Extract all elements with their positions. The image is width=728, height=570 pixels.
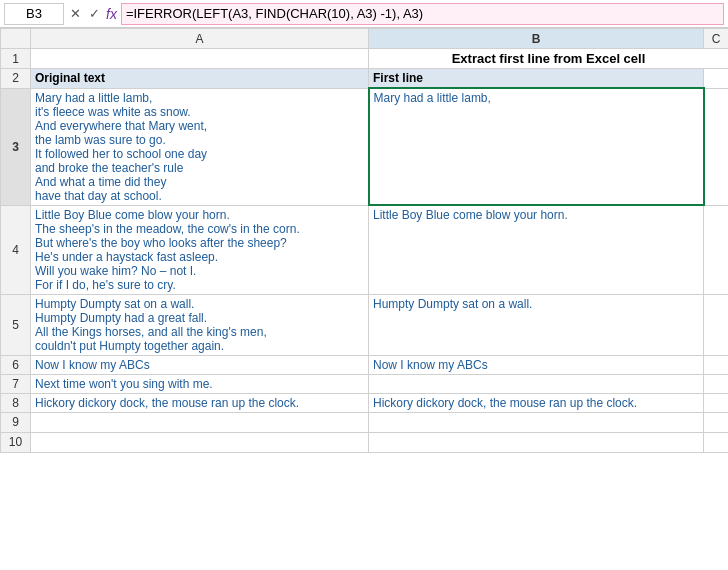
- col-header-b[interactable]: B: [369, 29, 704, 49]
- table-row: 10: [1, 432, 729, 452]
- cell-a1[interactable]: [31, 49, 369, 69]
- table-row: 6 Now I know my ABCs Now I know my ABCs: [1, 355, 729, 374]
- cell-c3[interactable]: [704, 88, 729, 205]
- table-row: 7 Next time won't you sing with me.: [1, 374, 729, 393]
- row-num-7: 7: [1, 374, 31, 393]
- cell-a10[interactable]: [31, 432, 369, 452]
- column-headers: A B C: [1, 29, 729, 49]
- cell-a7[interactable]: Next time won't you sing with me.: [31, 374, 369, 393]
- cell-b3[interactable]: Mary had a little lamb,: [369, 88, 704, 205]
- col-header-c[interactable]: C: [704, 29, 729, 49]
- cell-a5[interactable]: Humpty Dumpty sat on a wall. Humpty Dump…: [31, 294, 369, 355]
- row-num-4: 4: [1, 205, 31, 294]
- row-num-5: 5: [1, 294, 31, 355]
- fx-label: fx: [106, 6, 117, 22]
- table-row: 4 Little Boy Blue come blow your horn. T…: [1, 205, 729, 294]
- cell-b6[interactable]: Now I know my ABCs: [369, 355, 704, 374]
- cell-b1[interactable]: Extract first line from Excel cell: [369, 49, 729, 69]
- cell-a4[interactable]: Little Boy Blue come blow your horn. The…: [31, 205, 369, 294]
- formula-input[interactable]: [121, 3, 724, 25]
- cell-b8[interactable]: Hickory dickory dock, the mouse ran up t…: [369, 393, 704, 412]
- cancel-icon[interactable]: ✕: [68, 6, 83, 21]
- row-num-9: 9: [1, 412, 31, 432]
- table-row: 8 Hickory dickory dock, the mouse ran up…: [1, 393, 729, 412]
- cell-b2[interactable]: First line: [369, 69, 704, 89]
- cell-a3[interactable]: Mary had a little lamb, it's fleece was …: [31, 88, 369, 205]
- cell-a8[interactable]: Hickory dickory dock, the mouse ran up t…: [31, 393, 369, 412]
- confirm-icon[interactable]: ✓: [87, 6, 102, 21]
- cell-c5[interactable]: [704, 294, 729, 355]
- cell-reference[interactable]: B3: [4, 3, 64, 25]
- cell-c4[interactable]: [704, 205, 729, 294]
- cell-c9[interactable]: [704, 412, 729, 432]
- cell-b5[interactable]: Humpty Dumpty sat on a wall.: [369, 294, 704, 355]
- row-num-6: 6: [1, 355, 31, 374]
- cell-b9[interactable]: [369, 412, 704, 432]
- cell-c10[interactable]: [704, 432, 729, 452]
- cell-c2[interactable]: [704, 69, 729, 89]
- table-row: 1 Extract first line from Excel cell: [1, 49, 729, 69]
- cell-b10[interactable]: [369, 432, 704, 452]
- cell-a2[interactable]: Original text: [31, 69, 369, 89]
- formula-icons: ✕ ✓: [68, 6, 102, 21]
- cell-c7[interactable]: [704, 374, 729, 393]
- cell-b4[interactable]: Little Boy Blue come blow your horn.: [369, 205, 704, 294]
- cell-a9[interactable]: [31, 412, 369, 432]
- row-num-1: 1: [1, 49, 31, 69]
- col-header-a[interactable]: A: [31, 29, 369, 49]
- row-num-10: 10: [1, 432, 31, 452]
- table-row: 5 Humpty Dumpty sat on a wall. Humpty Du…: [1, 294, 729, 355]
- table-row: 2 Original text First line: [1, 69, 729, 89]
- cell-c8[interactable]: [704, 393, 729, 412]
- corner-header: [1, 29, 31, 49]
- table-row: 3 Mary had a little lamb, it's fleece wa…: [1, 88, 729, 205]
- cell-c6[interactable]: [704, 355, 729, 374]
- table-row: 9: [1, 412, 729, 432]
- row-num-2: 2: [1, 69, 31, 89]
- row-num-8: 8: [1, 393, 31, 412]
- formula-bar: B3 ✕ ✓ fx: [0, 0, 728, 28]
- row-num-3: 3: [1, 88, 31, 205]
- cell-a6[interactable]: Now I know my ABCs: [31, 355, 369, 374]
- cell-b7[interactable]: [369, 374, 704, 393]
- spreadsheet: A B C 1 Extract first line from Excel ce…: [0, 28, 728, 453]
